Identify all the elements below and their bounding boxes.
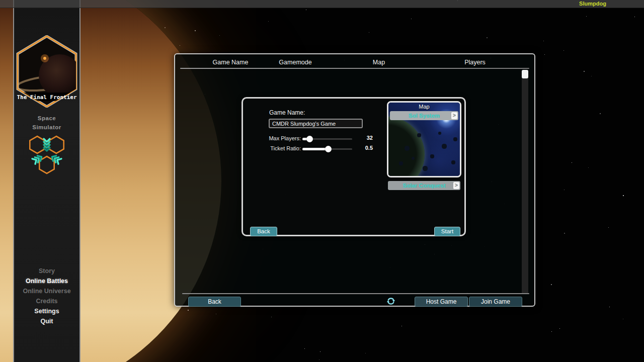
preview-planet <box>387 117 425 177</box>
column-header-gamemode: Gamemode <box>279 59 311 66</box>
game-logo: The Final Frontier The Final Frontier <box>16 35 78 108</box>
ticket-ratio-label: Ticket Ratio: <box>243 145 301 151</box>
server-browser-window: Game NameGamemodeMapPlayers Back Host Ga… <box>174 53 535 307</box>
game-screen: Slumpdog The Final <box>0 0 644 362</box>
map-select-value: Sol System <box>409 113 440 119</box>
column-header-map: Map <box>373 59 385 66</box>
max-players-slider[interactable] <box>302 138 352 140</box>
header-divider <box>180 68 529 69</box>
max-players-slider-handle[interactable] <box>306 136 313 142</box>
tagline: Space Simulator <box>14 114 79 132</box>
sidebar-item-story[interactable]: Story <box>14 266 79 276</box>
refresh-icon[interactable] <box>385 296 396 307</box>
sidebar-item-online-universe[interactable]: Online Universe <box>14 286 79 296</box>
host-game-dialog: Game Name: Max Players:32Ticket Ratio:0.… <box>242 97 466 236</box>
sidebar-item-online-battles[interactable]: Online Battles <box>14 276 79 286</box>
join-game-button[interactable]: Join Game <box>469 297 522 307</box>
browser-back-button[interactable]: Back <box>188 297 241 307</box>
gamemode-select[interactable]: Solar Conquest > <box>388 181 460 190</box>
footer-divider <box>182 293 529 294</box>
hexagon-emblem-icon <box>27 132 67 178</box>
game-name-input[interactable] <box>269 119 363 128</box>
player-name-label: Slumpdog <box>562 1 623 7</box>
scrollbar-track[interactable] <box>522 70 528 294</box>
sidebar: The Final Frontier The Final Frontier Sp… <box>13 0 80 362</box>
map-next-arrow-icon[interactable]: > <box>451 112 457 119</box>
dialog-start-button[interactable]: Start <box>434 227 460 236</box>
ticket-ratio-value: 0.5 <box>353 145 373 151</box>
dialog-back-button[interactable]: Back <box>250 227 277 236</box>
ticket-ratio-slider-fill <box>302 148 328 150</box>
gamemode-select-value: Solar Conquest <box>403 183 446 189</box>
max-players-label: Max Players: <box>243 135 301 141</box>
logo-title-text: The Final Frontier <box>17 94 77 101</box>
game-name-label: Game Name: <box>269 109 305 116</box>
top-bar: Slumpdog <box>0 0 644 8</box>
gamemode-next-arrow-icon[interactable]: > <box>453 182 459 189</box>
column-header-players: Players <box>464 59 486 66</box>
ticket-ratio-slider[interactable] <box>302 148 352 150</box>
sidebar-menu: StoryOnline BattlesOnline UniverseCredit… <box>14 266 79 326</box>
sidebar-item-credits[interactable]: Credits <box>14 296 79 306</box>
map-select[interactable]: Sol System > <box>390 111 458 120</box>
map-preview-panel: Map Sol System > <box>387 101 461 177</box>
ticket-ratio-slider-handle[interactable] <box>325 146 332 152</box>
tagline-line2: Simulator <box>14 123 79 132</box>
sidebar-item-settings[interactable]: Settings <box>14 306 79 316</box>
max-players-value: 32 <box>353 135 373 141</box>
map-panel-title: Map <box>388 104 460 110</box>
sidebar-item-quit[interactable]: Quit <box>14 316 79 326</box>
column-header-game-name: Game Name <box>213 59 249 66</box>
host-game-button[interactable]: Host Game <box>415 297 468 307</box>
scrollbar-thumb[interactable] <box>522 70 528 78</box>
tagline-line1: Space <box>14 114 79 123</box>
